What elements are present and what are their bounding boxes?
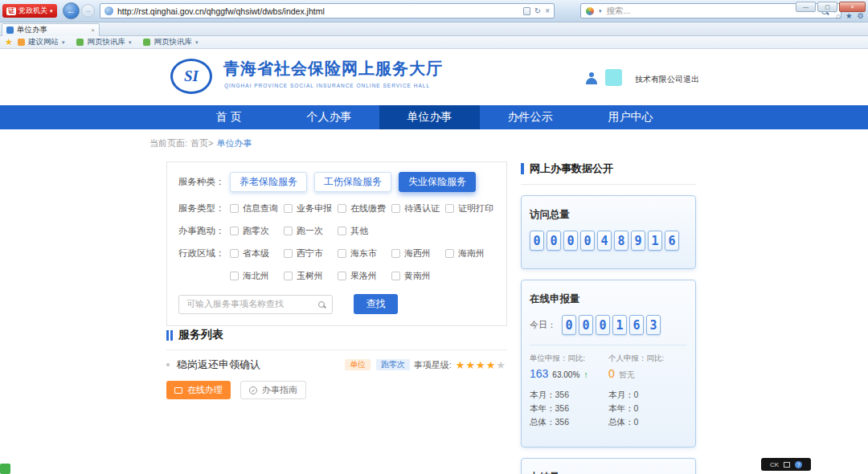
filter-checkbox[interactable]: 在线缴费 (338, 202, 391, 215)
webpage: SI 青海省社会保险网上服务大厅 QINGHAI PROVINCE SOCIAL… (0, 49, 868, 474)
data-sidebar: 网上办事数据公开 访问总量 000048916 在线申报量 今日： 000163 (521, 161, 696, 474)
filter-checkbox[interactable]: 海南州 (445, 247, 499, 259)
filter-checkbox[interactable]: 黄南州 (391, 270, 445, 282)
tools-icon[interactable]: ⚙ (857, 11, 864, 20)
star-rating-label: 事项星级: (414, 359, 452, 371)
favorites-icon[interactable]: ★ (845, 11, 853, 20)
checkbox-label: 西宁市 (297, 247, 323, 259)
nav-item[interactable]: 办件公示 (480, 105, 580, 129)
logout-link[interactable]: 退出 (683, 74, 699, 85)
divider (530, 345, 687, 345)
counter-digit: 0 (579, 315, 593, 335)
filter-checkbox[interactable]: 西宁市 (284, 247, 338, 259)
visits-title: 访问总量 (530, 208, 687, 222)
service-kind-button[interactable]: 失业保险服务 (399, 172, 476, 192)
checkbox-label: 待遇认证 (404, 202, 440, 215)
caret-down-icon: ▾ (129, 39, 132, 46)
counter-digit: 1 (648, 231, 662, 251)
filter-checkbox[interactable]: 其他 (338, 225, 391, 237)
stat-key: 本年： (530, 402, 555, 415)
unit-report-label: 单位申报：同比: (530, 353, 608, 364)
recorder-help-icon[interactable]: ? (795, 461, 802, 468)
filter-checkbox[interactable]: 待遇认证 (391, 202, 445, 215)
breadcrumb-current: 单位办事 (217, 137, 252, 149)
counter-digit: 4 (597, 231, 612, 251)
filter-checkbox[interactable]: 海东市 (338, 247, 391, 259)
stop-icon[interactable]: × (545, 6, 550, 15)
favorite-item-icon (18, 39, 25, 46)
star-icon (496, 360, 506, 370)
filter-checkbox[interactable]: 跑一次 (284, 225, 338, 237)
address-bar[interactable]: http://rst.qinghai.gov.cn/qhggfw/qhsiwt/… (100, 3, 555, 18)
bullet-icon (166, 363, 170, 366)
checkbox-icon (284, 272, 293, 280)
favorites-bar-item[interactable]: 网页快讯库 ▾ (76, 37, 131, 47)
gov-verification-badge[interactable]: 证 党政机关 ▾ (2, 4, 57, 18)
favorites-bar-item[interactable]: 建议网站 ▾ (18, 37, 65, 47)
star-icon (456, 360, 465, 370)
tab-close-icon[interactable]: × (91, 27, 95, 34)
filter-checkbox[interactable]: 玉树州 (284, 270, 338, 282)
service-name[interactable]: 稳岗返还申领确认 (177, 358, 260, 372)
find-button[interactable]: 查找 (354, 294, 398, 314)
back-button[interactable]: ← (63, 2, 80, 19)
minimize-button[interactable]: — (796, 2, 816, 12)
favorites-items: 建议网站 ▾ 网页快讯库 ▾ 网页快讯库 ▾ (18, 37, 199, 47)
completed-title: 办结量 (530, 471, 687, 474)
nav-item[interactable]: 单位办事 (379, 105, 480, 129)
service-search-input[interactable]: 可输入服务事项名称查找 (178, 295, 333, 314)
nav-item[interactable]: 个人办事 (279, 105, 379, 129)
filter-checkbox[interactable]: 海西州 (391, 247, 445, 259)
compatibility-view-icon[interactable] (523, 7, 530, 15)
filter-checkbox[interactable]: 省本级 (230, 247, 284, 259)
stat-line: 本月： 0 (608, 388, 687, 402)
filter-checkbox[interactable]: 果洛州 (338, 270, 391, 282)
filter-checkbox[interactable]: 信息查询 (230, 202, 284, 215)
browser-quick-icons: ⌂ ★ ⚙ (836, 11, 864, 20)
breadcrumb-prefix: 当前页面: (149, 137, 187, 149)
section-bars-icon (166, 330, 173, 341)
browser-tab[interactable]: 单位办事 × (2, 23, 100, 36)
today-label: 今日： (530, 319, 556, 331)
stat-line: 本年： 356 (530, 402, 608, 415)
breadcrumb-home[interactable]: 首页> (190, 137, 213, 149)
filter-checkbox[interactable]: 海北州 (230, 270, 284, 282)
home-icon[interactable]: ⌂ (836, 11, 841, 20)
service-kind-button-label: 工伤保险服务 (324, 175, 382, 189)
favorites-bar: ★ 建议网站 ▾ 网页快讯库 ▾ 网页快讯库 ▾ (0, 36, 868, 49)
monitor-icon (174, 387, 182, 394)
nav-item-label: 办件公示 (508, 110, 553, 125)
refresh-icon[interactable]: ↻ (534, 6, 541, 15)
service-type-label: 服务类型： (178, 202, 230, 215)
caret-down-icon[interactable]: ▾ (599, 8, 602, 14)
forward-button[interactable]: → (81, 4, 95, 18)
nav-item[interactable]: 首 页 (178, 105, 279, 129)
guide-button[interactable]: 办事指南 (240, 381, 306, 399)
filter-checkbox[interactable]: 跑零次 (230, 225, 284, 237)
checkbox-label: 玉树州 (297, 270, 323, 282)
nav-item[interactable]: 用户中心 (580, 105, 681, 129)
online-handle-button[interactable]: 在线办理 (166, 381, 231, 399)
filter-checkbox[interactable]: 证明打印 (445, 202, 499, 215)
recorder-window-icon[interactable] (784, 462, 790, 468)
checkbox-label: 省本级 (243, 247, 269, 259)
favorites-bar-item[interactable]: 网页快讯库 ▾ (143, 37, 198, 47)
maximize-button[interactable]: ▢ (817, 2, 837, 12)
favorite-item-icon (76, 39, 84, 46)
online-handle-label: 在线办理 (187, 384, 223, 396)
arrow-up-icon (583, 370, 588, 379)
stat-key: 总体： (530, 415, 555, 429)
star-icon (486, 360, 496, 370)
service-kind-button[interactable]: 养老保险服务 (230, 172, 307, 192)
stat-key: 总体： (608, 415, 634, 429)
service-search-placeholder: 可输入服务事项名称查找 (186, 298, 313, 310)
checkbox-icon (445, 204, 454, 213)
add-favorite-icon[interactable]: ★ (5, 37, 13, 47)
seal-icon: 证 (6, 7, 16, 15)
taskbar-start-sliver[interactable] (0, 464, 10, 474)
checkbox-icon (338, 272, 346, 280)
personal-report-values: 0 暂无 (608, 367, 687, 381)
service-kind-button[interactable]: 工伤保险服务 (314, 172, 391, 192)
filter-checkbox[interactable]: 业务申报 (284, 202, 338, 215)
magnifier-icon (318, 301, 325, 308)
